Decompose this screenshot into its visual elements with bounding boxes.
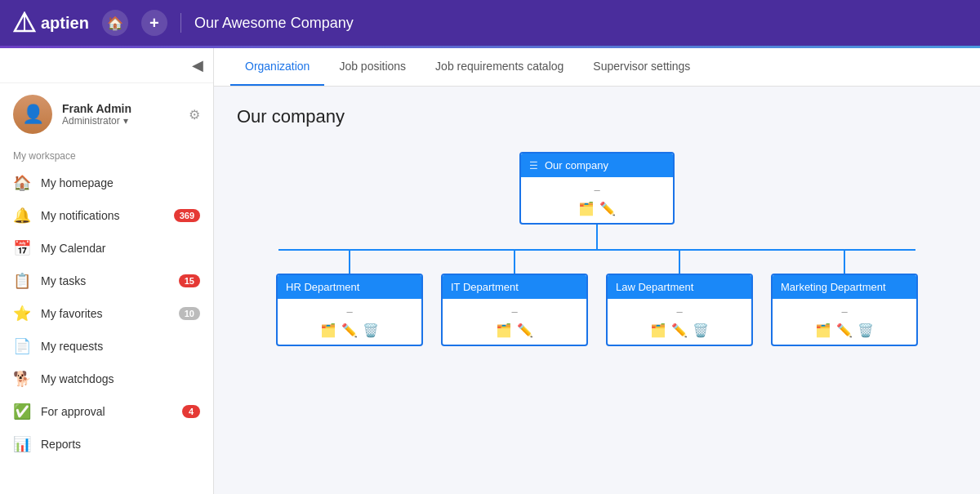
hr-v-line: [349, 251, 350, 274]
approval-badge: 4: [182, 405, 200, 418]
it-view-icon[interactable]: 🗂️: [496, 323, 512, 338]
org-node-it-header: IT Department: [443, 275, 586, 299]
hr-delete-icon[interactable]: 🗑️: [363, 323, 379, 338]
watchdogs-icon: 🐕: [13, 370, 31, 388]
org-node-root: ☰ Our company – 🗂️ ✏️: [519, 152, 675, 225]
page-title: Our company: [237, 106, 957, 127]
app-header: aptien 🏠 + Our Awesome Company: [0, 0, 980, 46]
nav-label-watchdogs: My watchdogs: [41, 372, 200, 385]
sidebar-top: ◀: [0, 48, 213, 83]
user-info: Frank Admin Administrator ▾: [62, 102, 179, 127]
user-section: 👤 Frank Admin Administrator ▾ ⚙: [0, 83, 213, 145]
nav-item-watchdogs[interactable]: 🐕 My watchdogs: [0, 363, 213, 395]
org-node-law-body: – 🗂️ ✏️ 🗑️: [608, 299, 751, 345]
nav-label-notifications: My notifications: [41, 209, 164, 222]
hr-label: HR Department: [286, 281, 359, 293]
avatar-image: 👤: [13, 95, 52, 134]
nav-item-approval[interactable]: ✅ For approval 4: [0, 395, 213, 428]
reports-icon: 📊: [13, 435, 31, 453]
nav-item-calendar[interactable]: 📅 My Calendar: [0, 232, 213, 265]
law-delete-icon[interactable]: 🗑️: [693, 323, 709, 338]
org-chart: ☰ Our company – 🗂️ ✏️: [237, 152, 957, 346]
logo-icon: [13, 11, 36, 34]
homepage-icon: 🏠: [13, 174, 31, 192]
sidebar: ◀ 👤 Frank Admin Administrator ▾ ⚙ My wor…: [0, 48, 214, 494]
it-edit-icon[interactable]: ✏️: [517, 323, 533, 338]
marketing-label: Marketing Department: [781, 281, 886, 293]
org-node-law: Law Department – 🗂️ ✏️ 🗑️: [606, 274, 753, 346]
workspace-label: My workspace: [0, 145, 213, 167]
collapse-button[interactable]: ◀: [192, 56, 203, 74]
nav-item-notifications[interactable]: 🔔 My notifications 369: [0, 199, 213, 232]
org-node-law-header: Law Department: [608, 275, 751, 299]
favorites-badge: 10: [179, 307, 200, 320]
notifications-icon: 🔔: [13, 207, 31, 225]
requests-icon: 📄: [13, 337, 31, 355]
it-dash: –: [511, 305, 517, 318]
org-view-icon[interactable]: 🗂️: [578, 201, 595, 216]
content-area: Our company ☰ Our company – 🗂️ ✏️: [214, 87, 980, 366]
org-node-root-header: ☰ Our company: [521, 154, 673, 177]
avatar: 👤: [13, 95, 52, 134]
logo-text: aptien: [41, 14, 89, 33]
child-col-it: IT Department – 🗂️ ✏️: [436, 251, 593, 346]
nav-item-tasks[interactable]: 📋 My tasks 15: [0, 265, 213, 297]
header-divider: [180, 13, 181, 33]
org-node-root-body: – 🗂️ ✏️: [521, 177, 673, 223]
tab-job-requirements[interactable]: Job requirements catalog: [421, 48, 578, 86]
nav-label-tasks: My tasks: [41, 274, 169, 287]
hr-dash: –: [346, 305, 352, 318]
org-node-it: IT Department – 🗂️ ✏️: [441, 274, 588, 346]
law-view-icon[interactable]: 🗂️: [650, 323, 666, 338]
marketing-view-icon[interactable]: 🗂️: [815, 323, 831, 338]
company-name: Our Awesome Company: [194, 15, 354, 32]
home-button[interactable]: 🏠: [102, 10, 128, 36]
org-node-hr-body: – 🗂️ ✏️ 🗑️: [278, 299, 421, 345]
settings-button[interactable]: ⚙: [189, 107, 200, 122]
nav-item-reports[interactable]: 📊 Reports: [0, 428, 213, 461]
hr-actions: 🗂️ ✏️ 🗑️: [320, 323, 379, 338]
favorites-icon: ⭐: [13, 305, 31, 323]
law-v-line: [679, 251, 680, 274]
children-row: HR Department – 🗂️ ✏️ 🗑️: [271, 251, 923, 346]
tab-organization[interactable]: Organization: [230, 48, 324, 86]
org-node-marketing-header: Marketing Department: [773, 275, 916, 299]
marketing-delete-icon[interactable]: 🗑️: [858, 323, 874, 338]
marketing-dash: –: [841, 305, 847, 318]
marketing-edit-icon[interactable]: ✏️: [836, 323, 853, 338]
marketing-actions: 🗂️ ✏️ 🗑️: [815, 323, 874, 338]
user-role: Administrator ▾: [62, 115, 179, 127]
hr-edit-icon[interactable]: ✏️: [341, 323, 358, 338]
nav-item-homepage[interactable]: 🏠 My homepage: [0, 167, 213, 199]
role-dropdown-icon[interactable]: ▾: [123, 115, 128, 127]
law-edit-icon[interactable]: ✏️: [671, 323, 688, 338]
approval-icon: ✅: [13, 403, 31, 421]
nav-label-approval: For approval: [41, 405, 172, 418]
tab-supervisor-settings[interactable]: Supervisor settings: [578, 48, 705, 86]
tasks-badge: 15: [179, 274, 200, 287]
menu-icon: ☰: [529, 160, 538, 171]
main-content: Organization Job positions Job requireme…: [214, 48, 980, 494]
nav-item-requests[interactable]: 📄 My requests: [0, 330, 213, 363]
tab-job-positions[interactable]: Job positions: [324, 48, 421, 86]
marketing-v-line: [844, 251, 845, 274]
nav-label-reports: Reports: [41, 438, 200, 451]
law-label: Law Department: [616, 281, 693, 293]
org-node-hr-header: HR Department: [278, 275, 421, 299]
it-label: IT Department: [451, 281, 519, 293]
tabs-bar: Organization Job positions Job requireme…: [214, 48, 980, 87]
org-edit-icon[interactable]: ✏️: [599, 201, 616, 216]
child-col-law: Law Department – 🗂️ ✏️ 🗑️: [601, 251, 758, 346]
child-col-marketing: Marketing Department – 🗂️ ✏️ 🗑️: [766, 251, 923, 346]
nav-label-homepage: My homepage: [41, 176, 200, 189]
org-root-actions: 🗂️ ✏️: [578, 201, 616, 216]
hr-view-icon[interactable]: 🗂️: [320, 323, 336, 338]
nav-item-favorites[interactable]: ⭐ My favorites 10: [0, 297, 213, 330]
logo: aptien: [13, 11, 89, 34]
child-col-hr: HR Department – 🗂️ ✏️ 🗑️: [271, 251, 428, 346]
add-button[interactable]: +: [141, 10, 167, 36]
org-node-hr: HR Department – 🗂️ ✏️ 🗑️: [276, 274, 423, 346]
notifications-badge: 369: [174, 209, 200, 222]
it-v-line: [514, 251, 515, 274]
children-section: HR Department – 🗂️ ✏️ 🗑️: [237, 249, 957, 346]
